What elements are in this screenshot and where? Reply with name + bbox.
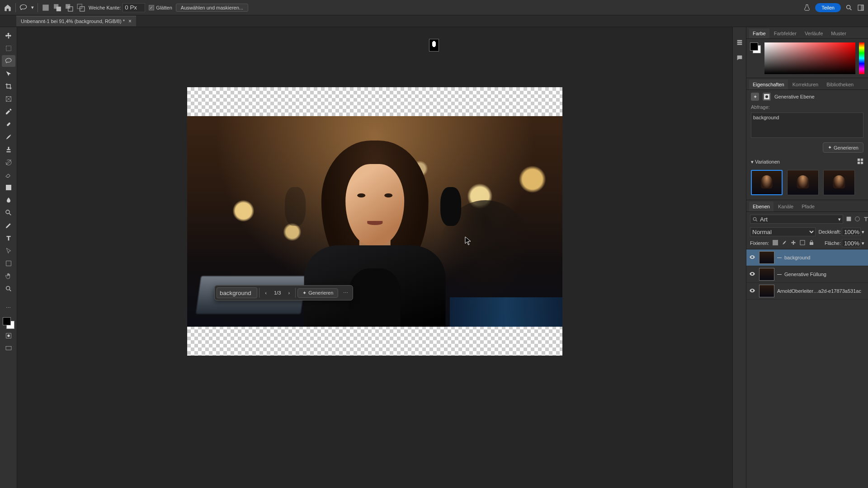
- tab-pfade[interactable]: Pfade: [798, 202, 818, 211]
- layer-thumb[interactable]: [759, 268, 774, 281]
- filter-pixel-icon[interactable]: [846, 216, 852, 223]
- chevron-down-icon[interactable]: ▾: [751, 159, 754, 164]
- fg-bg-swatch[interactable]: [750, 42, 761, 53]
- stamp-tool[interactable]: [2, 144, 15, 155]
- workspace-icon[interactable]: [857, 4, 864, 11]
- tab-verlaufe[interactable]: Verläufe: [801, 28, 826, 38]
- tab-eigenschaften[interactable]: Eigenschaften: [749, 80, 788, 89]
- type-tool[interactable]: [2, 232, 15, 244]
- lock-nested-icon[interactable]: [800, 240, 805, 246]
- layer-search[interactable]: ▾: [750, 215, 843, 224]
- layer-name[interactable]: background: [784, 255, 865, 260]
- more-options-button[interactable]: ⋯: [340, 290, 351, 296]
- canvas[interactable]: ‹ 1/3 › ✦ Generieren ⋯: [187, 87, 562, 356]
- color-swatches[interactable]: [3, 317, 14, 329]
- edit-toolbar[interactable]: ⋯: [2, 302, 15, 314]
- generate-button[interactable]: ✦ Generieren: [297, 288, 338, 298]
- chevron-down-icon[interactable]: ▾: [862, 240, 864, 246]
- layer-row[interactable]: background: [746, 249, 868, 266]
- close-icon[interactable]: ×: [128, 18, 132, 24]
- tab-korrekturen[interactable]: Korrekturen: [789, 80, 822, 89]
- properties-generate-button[interactable]: ✦ Generieren: [823, 142, 863, 153]
- prompt-input[interactable]: [217, 287, 257, 298]
- lock-pixels-icon[interactable]: [782, 240, 787, 246]
- tab-ebenen[interactable]: Ebenen: [749, 202, 774, 211]
- dodge-tool[interactable]: [2, 207, 15, 219]
- feather-input[interactable]: [123, 3, 145, 12]
- select-and-mask-button[interactable]: Auswählen und maskieren...: [176, 4, 248, 12]
- hand-tool[interactable]: [2, 270, 15, 282]
- chevron-down-icon[interactable]: ▾: [838, 216, 841, 222]
- layer-name[interactable]: Generative Füllung: [784, 272, 865, 277]
- history-panel-icon[interactable]: [736, 39, 743, 47]
- path-select-tool[interactable]: [2, 245, 15, 257]
- layer-thumb[interactable]: [759, 251, 774, 264]
- history-brush-tool[interactable]: [2, 156, 15, 168]
- layer-thumb[interactable]: [759, 285, 774, 297]
- lock-transparency-icon[interactable]: [773, 240, 778, 246]
- home-icon[interactable]: [4, 4, 12, 12]
- shape-tool[interactable]: [2, 258, 15, 269]
- eraser-tool[interactable]: [2, 169, 15, 181]
- blend-mode-select[interactable]: Normal: [750, 227, 816, 236]
- layer-name[interactable]: ArnoldOberleiter…a2d-e17873a531ac: [777, 288, 865, 294]
- hue-slider[interactable]: [859, 42, 864, 74]
- saturation-value-field[interactable]: [764, 42, 855, 74]
- filter-type-icon[interactable]: [863, 216, 868, 223]
- eyedropper-tool[interactable]: [2, 106, 15, 117]
- zoom-tool[interactable]: [2, 283, 15, 295]
- variation-1[interactable]: [751, 170, 783, 195]
- dropdown-chevron-icon[interactable]: ▾: [31, 5, 34, 10]
- crop-tool[interactable]: [2, 80, 15, 92]
- layer-row[interactable]: Generative Füllung: [746, 266, 868, 283]
- beaker-icon[interactable]: [803, 4, 811, 11]
- search-icon[interactable]: [845, 4, 853, 11]
- screenmode-toggle[interactable]: [2, 343, 15, 354]
- document-tab[interactable]: Unbenannt-1 bei 91,4% (background, RGB/8…: [16, 16, 136, 26]
- layer-row[interactable]: ArnoldOberleiter…a2d-e17873a531ac: [746, 283, 868, 300]
- fill-input[interactable]: [842, 239, 861, 247]
- next-variation-button[interactable]: ›: [284, 287, 293, 298]
- frame-tool[interactable]: [2, 93, 15, 105]
- layer-search-input[interactable]: [760, 216, 836, 223]
- marquee-tool[interactable]: [2, 42, 15, 54]
- comments-panel-icon[interactable]: [736, 54, 743, 62]
- filter-adjust-icon[interactable]: [854, 216, 860, 223]
- heal-tool[interactable]: [2, 118, 15, 130]
- intersect-selection-icon[interactable]: [77, 4, 85, 12]
- visibility-toggle[interactable]: [749, 254, 756, 261]
- svg-point-7: [847, 5, 850, 9]
- canvas-stage[interactable]: ‹ 1/3 › ✦ Generieren ⋯: [17, 27, 732, 488]
- tab-farbfelder[interactable]: Farbfelder: [770, 28, 800, 38]
- mask-thumb[interactable]: [429, 39, 439, 52]
- lock-all-icon[interactable]: [809, 240, 814, 246]
- variation-3[interactable]: [823, 170, 855, 195]
- subtract-selection-icon[interactable]: [65, 4, 73, 12]
- grid-view-icon[interactable]: [857, 158, 863, 165]
- prompt-textarea[interactable]: background: [751, 113, 863, 138]
- quick-select-tool[interactable]: [2, 68, 15, 80]
- lasso-tool[interactable]: [2, 55, 15, 67]
- tab-bibliotheken[interactable]: Bibliotheken: [823, 80, 857, 89]
- add-selection-icon[interactable]: [53, 4, 61, 12]
- new-selection-icon[interactable]: [42, 4, 50, 12]
- chevron-down-icon[interactable]: ▾: [862, 229, 864, 235]
- tab-kanale[interactable]: Kanäle: [774, 202, 797, 211]
- brush-tool[interactable]: [2, 131, 15, 143]
- share-button[interactable]: Teilen: [815, 3, 841, 12]
- prev-variation-button[interactable]: ‹: [261, 287, 270, 298]
- lasso-tool-icon[interactable]: [19, 4, 28, 12]
- blur-tool[interactable]: [2, 194, 15, 206]
- tab-farbe[interactable]: Farbe: [749, 28, 769, 38]
- lock-position-icon[interactable]: [791, 240, 796, 246]
- move-tool[interactable]: [2, 30, 15, 42]
- antialias-checkbox[interactable]: ✓ Glätten: [149, 5, 172, 10]
- variation-2[interactable]: [787, 170, 819, 195]
- pen-tool[interactable]: [2, 220, 15, 231]
- visibility-toggle[interactable]: [749, 271, 756, 278]
- gradient-tool[interactable]: [2, 182, 15, 193]
- quickmask-toggle[interactable]: [2, 330, 15, 342]
- visibility-toggle[interactable]: [749, 287, 756, 295]
- opacity-input[interactable]: [842, 228, 861, 236]
- tab-muster[interactable]: Muster: [827, 28, 850, 38]
